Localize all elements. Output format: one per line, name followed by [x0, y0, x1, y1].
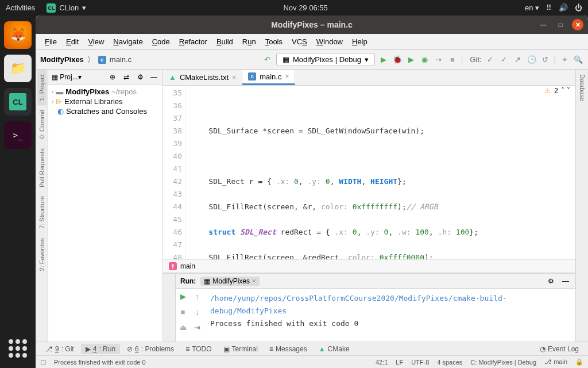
- project-view-selector[interactable]: ▦ Proj...▾: [52, 73, 82, 81]
- close-icon[interactable]: ×: [285, 72, 289, 80]
- run-button[interactable]: ▶: [378, 55, 389, 65]
- hide-icon[interactable]: —: [560, 276, 571, 286]
- btab-event-log[interactable]: ◔ Event Log: [535, 344, 583, 354]
- debug-button[interactable]: 🐞: [392, 55, 403, 65]
- tree-scratches[interactable]: ◐ Scratches and Consoles: [51, 106, 160, 116]
- tab-commit[interactable]: 0: Commit: [37, 105, 47, 143]
- git-history-icon[interactable]: 🕒: [527, 55, 537, 65]
- menu-edit[interactable]: Edit: [63, 36, 82, 48]
- stop-button[interactable]: ■: [181, 308, 185, 316]
- minimize-button[interactable]: —: [537, 19, 549, 30]
- activities-button[interactable]: Activities: [6, 3, 35, 12]
- dock-firefox[interactable]: 🦊: [4, 21, 32, 49]
- tab-structure[interactable]: 7: Structure: [37, 191, 47, 233]
- titlebar[interactable]: ModifyPixes – main.c — □ ✕: [36, 16, 588, 34]
- build-icon: ▦: [204, 277, 210, 285]
- context-config[interactable]: C: ModifyPixes | Debug: [470, 359, 536, 366]
- git-branch[interactable]: ⎇ main: [544, 358, 567, 366]
- btab-messages[interactable]: ≡ Messages: [265, 344, 312, 354]
- git-update-icon[interactable]: ✓: [485, 55, 496, 65]
- app-menu[interactable]: CL CLion ▾: [47, 3, 86, 13]
- hide-icon[interactable]: —: [149, 72, 159, 82]
- menu-navigate[interactable]: Navigate: [110, 36, 146, 48]
- tab-cmakelists[interactable]: ▲ CMakeLists.txt ×: [163, 71, 242, 84]
- menu-view[interactable]: View: [84, 36, 107, 48]
- coverage-button[interactable]: ▶: [406, 55, 416, 65]
- run-output[interactable]: /home/yunp/repos/CrossPlatformCCourse202…: [204, 289, 575, 342]
- chevron-right-icon: ›: [52, 98, 53, 105]
- menu-tools[interactable]: Tools: [262, 36, 286, 48]
- stop-button[interactable]: ■: [447, 55, 458, 65]
- tree-root[interactable]: › ▬ ModifyPixes ~/repos: [51, 87, 160, 97]
- close-button[interactable]: ✕: [572, 19, 583, 30]
- editor-breadcrumb[interactable]: f main: [163, 259, 575, 273]
- right-gutter: Database: [575, 70, 588, 342]
- tree-ext-libs[interactable]: › ⊪ External Libraries: [51, 97, 160, 106]
- close-icon[interactable]: ×: [252, 277, 256, 285]
- function-icon: f: [169, 262, 177, 270]
- profile-button[interactable]: ◉: [420, 55, 430, 65]
- attach-button[interactable]: ⇢: [434, 55, 444, 65]
- git-push-icon[interactable]: ↗: [513, 55, 523, 65]
- run-tab[interactable]: ▦ ModifyPixes ×: [200, 277, 260, 286]
- tab-database[interactable]: Database: [578, 70, 587, 106]
- gutter[interactable]: 3536373839404142434445464748: [163, 86, 186, 259]
- wrap-icon[interactable]: ⇥: [194, 323, 200, 332]
- target-icon[interactable]: ⊕: [107, 72, 118, 82]
- btab-git[interactable]: ⎇ 9: Git: [40, 344, 79, 354]
- expand-icon[interactable]: ⇄: [121, 72, 131, 82]
- status-tool-icon[interactable]: ▢: [40, 358, 46, 366]
- git-label: Git:: [470, 55, 481, 64]
- menu-code[interactable]: Code: [149, 36, 173, 48]
- gear-icon[interactable]: ⚙: [546, 276, 556, 286]
- code-content[interactable]: SDL_Surface *screen = SDL_GetWindowSurfa…: [186, 86, 575, 259]
- close-icon[interactable]: ×: [232, 74, 236, 82]
- menu-refactor[interactable]: Refactor: [176, 36, 211, 48]
- indent-setting[interactable]: 4 spaces: [437, 359, 462, 366]
- gear-icon[interactable]: ⚙: [135, 72, 145, 82]
- back-icon[interactable]: ↶: [262, 55, 273, 65]
- menu-build[interactable]: Build: [213, 36, 237, 48]
- breadcrumb-file[interactable]: main.c: [110, 55, 131, 64]
- tab-pull-requests[interactable]: Pull Requests: [37, 144, 47, 192]
- project-tree[interactable]: › ▬ ModifyPixes ~/repos › ⊪ External Lib…: [48, 85, 163, 118]
- rerun-button[interactable]: ▶: [180, 292, 186, 301]
- maximize-button[interactable]: □: [555, 19, 566, 30]
- dock-files[interactable]: 📁: [4, 55, 32, 82]
- btab-cmake[interactable]: ▲ CMake: [314, 344, 354, 354]
- line-separator[interactable]: LF: [396, 359, 403, 366]
- editor[interactable]: ⚠ 2 ˆ ˇ 3536373839404142434445464748 SDL…: [163, 86, 575, 259]
- clock[interactable]: Nov 29 06:55: [86, 3, 525, 12]
- search-everywhere-icon[interactable]: 🔍: [573, 55, 583, 65]
- menu-window[interactable]: Window: [313, 36, 346, 48]
- power-icon[interactable]: ⏻: [575, 3, 582, 12]
- btab-terminal[interactable]: ▣ Terminal: [219, 344, 262, 354]
- tab-project[interactable]: 1: Project: [37, 70, 47, 105]
- dock-terminal[interactable]: >_: [4, 121, 32, 149]
- up-icon[interactable]: ↑: [195, 292, 199, 301]
- tab-main-c[interactable]: c main.c ×: [242, 70, 295, 85]
- menu-run[interactable]: Run: [239, 36, 260, 48]
- lock-icon[interactable]: 🔒: [575, 358, 583, 366]
- btab-run[interactable]: ▶ 4: Run: [81, 344, 120, 354]
- dock-show-apps[interactable]: [4, 335, 32, 362]
- cursor-position[interactable]: 42:1: [376, 359, 388, 366]
- menu-vcs[interactable]: VCS: [288, 36, 311, 48]
- breadcrumb-project[interactable]: ModifyPixes: [40, 55, 84, 64]
- search-icon[interactable]: ⌖: [559, 55, 570, 65]
- dock-clion[interactable]: CL: [4, 88, 32, 116]
- down-icon[interactable]: ↓: [195, 308, 199, 316]
- tab-favorites[interactable]: 2: Favorites: [37, 233, 47, 275]
- btab-problems[interactable]: ⊘ 6: Problems: [122, 344, 179, 354]
- git-commit-icon[interactable]: ✓: [499, 55, 509, 65]
- volume-icon[interactable]: 🔊: [559, 3, 568, 12]
- git-rollback-icon[interactable]: ↺: [540, 55, 551, 65]
- menu-file[interactable]: File: [41, 36, 60, 48]
- run-config-selector[interactable]: ▦ ModifyPixes | Debug ▾: [276, 53, 375, 66]
- language-indicator[interactable]: en ▾: [525, 3, 539, 12]
- exit-button[interactable]: ⏏: [180, 323, 187, 332]
- network-icon[interactable]: ⠿: [546, 3, 552, 12]
- btab-todo[interactable]: ≡ TODO: [181, 344, 216, 354]
- menu-help[interactable]: Help: [349, 36, 371, 48]
- file-encoding[interactable]: UTF-8: [411, 359, 429, 366]
